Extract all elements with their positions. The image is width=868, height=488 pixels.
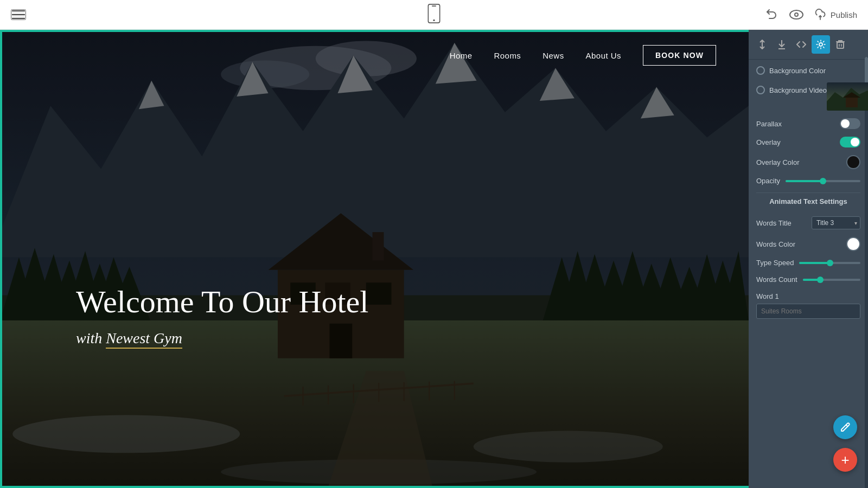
hamburger-button[interactable]: [11, 9, 26, 20]
parallax-toggle[interactable]: [840, 118, 860, 129]
bg-thumbnail[interactable]: [827, 82, 868, 111]
edit-pencil-icon: [840, 422, 851, 433]
word-1-section: Word 1: [756, 292, 860, 319]
delete-icon: [836, 40, 845, 49]
background-video-row: Background Video: [756, 82, 860, 111]
opacity-slider[interactable]: [786, 180, 860, 182]
bg-color-label: Background Color: [769, 67, 826, 75]
svg-rect-61: [837, 42, 844, 48]
opacity-label: Opacity: [756, 177, 780, 185]
svg-point-60: [819, 43, 822, 46]
overlay-label: Overlay: [756, 138, 781, 146]
words-color-label: Words Color: [756, 240, 795, 248]
upload-cloud-icon: [814, 9, 826, 21]
subtitle-highlight: Newest Gym: [106, 330, 182, 349]
bg-color-radio[interactable]: [756, 66, 765, 75]
words-count-slider[interactable]: [803, 279, 860, 281]
hero-navigation: Home Rooms News About Us BOOK NOW: [0, 30, 749, 81]
eye-icon: [789, 9, 803, 20]
move-icon: [758, 40, 767, 49]
nav-home[interactable]: Home: [450, 51, 473, 60]
nav-rooms[interactable]: Rooms: [494, 51, 521, 60]
bg-video-radio[interactable]: [756, 86, 765, 94]
parallax-row: Parallax: [756, 118, 860, 129]
words-title-row: Words Title Title 1 Title 2 Title 3 Titl…: [756, 216, 860, 229]
overlay-color-swatch[interactable]: [846, 155, 860, 169]
settings-button[interactable]: [812, 35, 830, 54]
words-color-swatch[interactable]: [846, 237, 860, 251]
hero-content: Welcome To Our Hotel with Newest Gym: [76, 284, 368, 347]
words-title-label: Words Title: [756, 219, 792, 227]
animated-text-settings-header: Animated Text Settings: [756, 192, 860, 210]
words-count-label: Words Count: [756, 275, 797, 285]
mobile-device-icon: [426, 4, 442, 23]
main-area: Home Rooms News About Us BOOK NOW Welcom…: [0, 30, 868, 488]
svg-point-4: [795, 13, 798, 16]
download-icon: [777, 40, 786, 49]
nav-about-us[interactable]: About Us: [586, 51, 621, 60]
preview-button[interactable]: [789, 9, 803, 20]
hero-title: Welcome To Our Hotel: [76, 284, 368, 320]
word-1-input[interactable]: [756, 304, 860, 319]
overlay-row: Overlay: [756, 137, 860, 147]
book-now-button[interactable]: BOOK NOW: [643, 45, 716, 66]
settings-icon: [816, 40, 826, 49]
overlay-color-label: Overlay Color: [756, 158, 799, 166]
canvas-border-left: [0, 30, 2, 488]
topbar-center: [426, 4, 442, 25]
code-button[interactable]: [792, 35, 810, 54]
subtitle-prefix: with: [76, 330, 106, 346]
bg-video-label: Background Video: [769, 86, 827, 94]
topbar-right: Publish: [765, 8, 857, 21]
add-fab[interactable]: +: [833, 448, 857, 472]
canvas-border-top: [0, 30, 749, 32]
download-button[interactable]: [773, 35, 791, 54]
topbar-left: [11, 9, 26, 20]
topbar: Publish: [0, 0, 868, 30]
svg-rect-66: [846, 98, 858, 107]
canvas: Home Rooms News About Us BOOK NOW Welcom…: [0, 30, 749, 488]
publish-button[interactable]: Publish: [814, 9, 857, 21]
overlay-toggle[interactable]: [840, 137, 860, 147]
scroll-indicator: [865, 57, 868, 488]
background-color-row: Background Color: [756, 66, 860, 75]
words-count-row: Words Count: [756, 275, 860, 285]
hero-overlay: [0, 30, 749, 488]
parallax-label: Parallax: [756, 120, 782, 128]
undo-button[interactable]: [765, 8, 778, 21]
svg-line-68: [846, 425, 848, 427]
overlay-color-row: Overlay Color: [756, 155, 860, 169]
code-icon: [796, 41, 806, 48]
word-1-label: Word 1: [756, 292, 860, 300]
nav-news[interactable]: News: [542, 51, 564, 60]
move-button[interactable]: [753, 35, 771, 54]
svg-point-1: [433, 20, 435, 21]
undo-icon: [765, 8, 778, 21]
right-panel: Background Color Background Video: [749, 30, 868, 488]
add-icon: +: [841, 453, 849, 467]
type-speed-label: Type Speed: [756, 259, 794, 268]
panel-toolbar: [749, 30, 868, 60]
delete-button[interactable]: [831, 35, 850, 54]
svg-point-3: [790, 10, 803, 19]
words-title-select-wrap: Title 1 Title 2 Title 3 Title 4: [812, 216, 860, 229]
words-title-select[interactable]: Title 1 Title 2 Title 3 Title 4: [812, 216, 860, 229]
type-speed-row: Type Speed: [756, 259, 860, 268]
edit-fab[interactable]: [833, 415, 857, 439]
words-color-row: Words Color: [756, 237, 860, 251]
publish-label: Publish: [831, 10, 857, 20]
canvas-border-bottom: [0, 486, 749, 488]
hero-subtitle: with Newest Gym: [76, 330, 368, 347]
opacity-row: Opacity: [756, 177, 860, 185]
type-speed-slider[interactable]: [799, 262, 860, 264]
